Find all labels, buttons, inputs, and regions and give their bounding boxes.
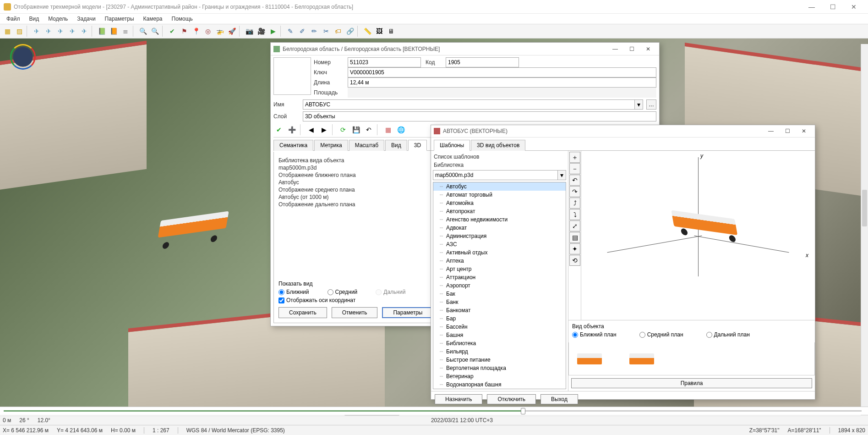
- template-item[interactable]: Агенство недвижимости: [433, 215, 566, 224]
- tool-heli-icon[interactable]: 🚁: [214, 26, 225, 37]
- menu-file[interactable]: Файл: [3, 15, 24, 23]
- field-code[interactable]: [446, 57, 519, 67]
- template-item[interactable]: Банк: [433, 298, 566, 306]
- tool-plane4-icon[interactable]: ✈: [67, 26, 78, 37]
- tool-zoom-out-icon[interactable]: 🔍: [137, 26, 148, 37]
- assign-button[interactable]: Назначить: [435, 394, 482, 404]
- tool-layer-icon[interactable]: ≣: [120, 26, 131, 37]
- tab-metrics[interactable]: Метрика: [314, 140, 348, 151]
- maximize-button[interactable]: ☐: [822, 0, 843, 14]
- template-item[interactable]: АЗС: [433, 240, 566, 248]
- tool-tag-icon[interactable]: 🏷: [333, 26, 344, 37]
- template-item[interactable]: Банкомат: [433, 306, 566, 314]
- field-number[interactable]: [348, 57, 421, 67]
- radio-mid-input[interactable]: [328, 289, 333, 295]
- tpl-minimize-button[interactable]: —: [763, 125, 779, 137]
- library-dropdown-button[interactable]: ▾: [558, 170, 566, 180]
- template-item[interactable]: Арт центр: [433, 265, 566, 273]
- template-item[interactable]: Бак: [433, 290, 566, 298]
- tool-ruler-icon[interactable]: 📏: [362, 26, 373, 37]
- tool-book1-icon[interactable]: 📗: [96, 26, 107, 37]
- time-slider[interactable]: [0, 407, 868, 415]
- template-item[interactable]: Аэропорт: [433, 281, 566, 290]
- thumb-mid[interactable]: [629, 353, 654, 364]
- apply-button[interactable]: ✔: [273, 124, 284, 135]
- template-item[interactable]: Вертолетная площадка: [433, 364, 566, 372]
- tool-screen-icon[interactable]: 🖥: [386, 26, 397, 37]
- menu-model[interactable]: Модель: [44, 15, 71, 23]
- props-titlebar[interactable]: Белгородская область / Белгородская обла…: [271, 43, 659, 55]
- axes-button[interactable]: ✦: [569, 243, 580, 254]
- template-item[interactable]: Адвокат: [433, 224, 566, 232]
- props-close-button[interactable]: ✕: [640, 43, 656, 55]
- template-item[interactable]: Бассейн: [433, 323, 566, 331]
- field-layer[interactable]: [303, 111, 656, 121]
- tilt-up-button[interactable]: ⤴: [569, 198, 580, 209]
- tool-cut-icon[interactable]: ✂: [321, 26, 332, 37]
- checkbox-axes-input[interactable]: [278, 297, 284, 303]
- tool-pin-icon[interactable]: 📍: [191, 26, 202, 37]
- minimize-button[interactable]: —: [801, 0, 822, 14]
- menu-view[interactable]: Вид: [26, 15, 43, 23]
- menu-tasks[interactable]: Задачи: [73, 15, 99, 23]
- globe-button[interactable]: 🌐: [395, 124, 406, 135]
- template-item[interactable]: Автобус: [433, 182, 566, 191]
- plan-far[interactable]: Дальний план: [706, 331, 750, 338]
- tool-flag-icon[interactable]: ⚑: [179, 26, 190, 37]
- tool-image-icon[interactable]: 🖼: [374, 26, 385, 37]
- radio-near[interactable]: Ближний: [278, 289, 309, 295]
- tool-select-rect-icon[interactable]: ▦: [2, 26, 13, 37]
- tool-plane2-icon[interactable]: ✈: [43, 26, 54, 37]
- zoom-in-button[interactable]: ＋: [569, 152, 580, 163]
- template-item[interactable]: Бар: [433, 314, 566, 323]
- template-item[interactable]: Автопрокат: [433, 207, 566, 215]
- template-item[interactable]: Ветеринар: [433, 372, 566, 380]
- tool-zoom-in-icon[interactable]: 🔍: [149, 26, 160, 37]
- tool-video-icon[interactable]: 🎥: [256, 26, 267, 37]
- tab-templates[interactable]: Шаблоны: [434, 140, 470, 151]
- tab-3d[interactable]: 3D: [408, 140, 427, 151]
- tpl-maximize-button[interactable]: ☐: [779, 125, 796, 137]
- tool-plane3-icon[interactable]: ✈: [55, 26, 66, 37]
- tool-check-icon[interactable]: ✔: [167, 26, 178, 37]
- tool-play-icon[interactable]: ▶: [267, 26, 278, 37]
- tool-rocket-icon[interactable]: 🚀: [226, 26, 237, 37]
- table-button[interactable]: ▦: [382, 124, 393, 135]
- vertical-scrollbar[interactable]: [861, 44, 868, 408]
- next-button[interactable]: ▶: [318, 124, 329, 135]
- params-button[interactable]: Параметры: [382, 307, 433, 318]
- radio-mid[interactable]: Средний: [328, 289, 358, 295]
- menu-help[interactable]: Помощь: [168, 15, 197, 23]
- template-item[interactable]: Башня: [433, 331, 566, 339]
- tool-target-icon[interactable]: ◎: [202, 26, 213, 37]
- template-item[interactable]: Водонапорная башня: [433, 380, 566, 389]
- tpl-close-button[interactable]: ✕: [796, 125, 812, 137]
- tool-edit1-icon[interactable]: ✎: [285, 26, 296, 37]
- tool-plane5-icon[interactable]: ✈: [79, 26, 90, 37]
- compass-icon[interactable]: [10, 44, 36, 70]
- exit-button[interactable]: Выход: [540, 394, 578, 404]
- field-name[interactable]: [303, 99, 635, 110]
- tab-3d-view[interactable]: 3D вид объектов: [471, 140, 525, 151]
- template-item[interactable]: Аттракцион: [433, 273, 566, 281]
- refresh-button[interactable]: ⟳: [338, 124, 349, 135]
- close-button[interactable]: ✕: [843, 0, 864, 14]
- template-item[interactable]: Аптека: [433, 257, 566, 265]
- props-maximize-button[interactable]: ☐: [623, 43, 640, 55]
- reset-button[interactable]: ⟲: [569, 255, 580, 266]
- template-item[interactable]: Быстрое питание: [433, 356, 566, 364]
- rotate-right-button[interactable]: ↷: [569, 186, 580, 197]
- zoom-out-button[interactable]: －: [569, 163, 580, 174]
- field-key[interactable]: [348, 67, 656, 77]
- tool-plane1-icon[interactable]: ✈: [31, 26, 42, 37]
- plan-mid[interactable]: Средний план: [639, 331, 683, 338]
- tool-edit2-icon[interactable]: ✐: [297, 26, 308, 37]
- tool-book2-icon[interactable]: 📙: [108, 26, 119, 37]
- plan-near[interactable]: Ближний план: [572, 331, 617, 338]
- props-minimize-button[interactable]: —: [607, 43, 623, 55]
- name-dropdown-button[interactable]: ▾: [635, 99, 643, 110]
- menu-camera[interactable]: Камера: [140, 15, 166, 23]
- model-preview[interactable]: y x: [581, 151, 815, 320]
- library-field[interactable]: [433, 170, 558, 180]
- tpl-titlebar[interactable]: АВТОБУС (ВЕКТОРНЫЕ) — ☐ ✕: [431, 125, 815, 138]
